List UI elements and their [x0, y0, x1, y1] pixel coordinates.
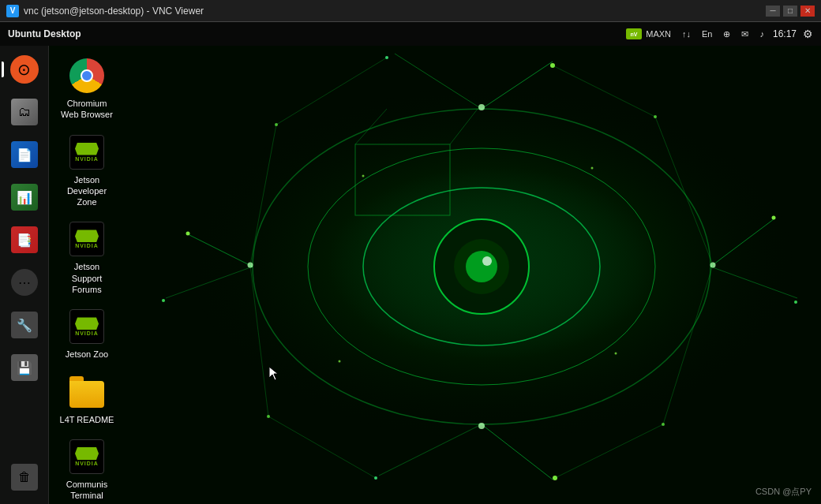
readme-icon-wrapper [68, 373, 106, 411]
svg-point-8 [482, 256, 492, 266]
launcher-item-trash[interactable]: 🗑 [3, 457, 46, 498]
vnc-app-icon: V [6, 5, 19, 17]
svg-point-3 [308, 148, 655, 385]
svg-point-6 [454, 239, 509, 294]
bluetooth-icon[interactable]: ⊕ [721, 29, 733, 39]
window-controls: ─ □ ✕ [766, 6, 815, 17]
desktop-title: Ubuntu Desktop [8, 28, 626, 39]
disk-icon: 💾 [10, 353, 39, 382]
nvidia-text-4: NVIDIA [75, 461, 99, 466]
svg-text:nV: nV [631, 32, 638, 37]
jetson-dev-icon-wrapper: NVIDIA [68, 133, 106, 171]
svg-line-33 [555, 424, 663, 478]
readme-label: L4T README [60, 414, 114, 425]
ubuntu-icon: ⊙ [10, 55, 39, 84]
svg-rect-45 [355, 144, 450, 215]
launcher-item-disk[interactable]: 💾 [3, 347, 46, 388]
jetson-dev-label: Jetson Developer Zone [58, 174, 115, 208]
desktop-icon-chromium[interactable]: Chromium Web Browser [55, 52, 118, 125]
folder-icon [69, 376, 104, 408]
jetson-support-icon-wrapper: NVIDIA [68, 220, 106, 258]
ubuntu-circle-icon: ⊙ [10, 55, 39, 84]
nvidia-tray-icon: nV [626, 28, 642, 39]
svg-line-10 [395, 54, 482, 109]
nvidia-zoo-icon: NVIDIA [69, 309, 104, 344]
svg-line-35 [268, 416, 376, 478]
nvidia-support-icon: NVIDIA [69, 222, 104, 256]
launcher-item-ubuntu[interactable]: ⊙ [3, 49, 46, 90]
svg-point-25 [478, 104, 485, 110]
tools-icon: 🔧 [10, 311, 39, 339]
trash-icon: 🗑 [10, 463, 39, 491]
svg-point-20 [794, 301, 797, 304]
terminal-icon-wrapper: NVIDIA [68, 438, 106, 476]
launcher-item-tools[interactable]: 🔧 [3, 304, 46, 345]
svg-point-23 [186, 232, 190, 236]
svg-line-32 [250, 125, 276, 265]
chromium-inner-circle [81, 69, 93, 82]
svg-line-13 [482, 424, 553, 480]
maximize-button[interactable]: □ [783, 6, 797, 17]
ubuntu-desktop: Ubuntu Desktop nV MAXN ↑↓ En ⊕ ✉ ♪ 16:17… [0, 22, 821, 504]
svg-point-21 [553, 476, 557, 480]
chromium-icon-wrapper [68, 57, 106, 95]
minimize-button[interactable]: ─ [766, 6, 780, 17]
nvidia-terminal-icon: NVIDIA [69, 439, 104, 474]
svg-point-18 [385, 56, 388, 59]
desktop-icon-jetson-dev[interactable]: NVIDIA Jetson Developer Zone [55, 129, 118, 213]
volume-icon[interactable]: ♪ [757, 29, 767, 39]
email-icon[interactable]: ✉ [739, 29, 751, 39]
jetson-support-label: Jetson Support Forums [58, 261, 115, 295]
svg-line-30 [655, 117, 713, 265]
svg-point-43 [362, 175, 365, 177]
settings-icon[interactable]: ⚙ [803, 28, 813, 40]
nvidia-text: NVIDIA [75, 156, 99, 162]
svg-point-44 [339, 360, 341, 363]
svg-point-4 [363, 188, 600, 345]
nvidia-maxn-label: MAXN [643, 29, 673, 39]
launcher-item-apps[interactable]: ⋯ [3, 262, 46, 303]
keyboard-lang[interactable]: En [699, 29, 714, 39]
chromium-label: Chromium Web Browser [58, 98, 115, 121]
launcher-item-calc[interactable]: 📊 [3, 177, 46, 218]
files-icon: 🗂 [10, 98, 39, 126]
svg-point-39 [662, 423, 665, 426]
chromium-icon [69, 58, 104, 93]
nvidia-dev-icon: NVIDIA [69, 135, 104, 170]
svg-line-29 [553, 65, 655, 117]
svg-line-34 [663, 265, 713, 424]
svg-line-11 [710, 219, 774, 267]
nvidia-text-2: NVIDIA [75, 243, 99, 248]
svg-point-2 [253, 109, 710, 424]
terminal-label: Communis Terminal [58, 479, 115, 502]
svg-point-42 [615, 353, 617, 355]
svg-point-37 [654, 115, 657, 118]
nvidia-eye-icon-3 [75, 317, 99, 330]
svg-line-31 [276, 58, 387, 125]
svg-point-26 [710, 263, 716, 268]
folder-body [69, 381, 104, 408]
nvidia-eye-icon [75, 143, 99, 155]
svg-point-22 [374, 476, 377, 480]
network-icon[interactable]: ↑↓ [680, 29, 693, 39]
svg-point-7 [466, 251, 497, 282]
desktop-icon-terminal[interactable]: NVIDIA Communis Terminal [55, 433, 118, 504]
svg-point-40 [267, 415, 270, 418]
svg-point-27 [478, 423, 485, 429]
vnc-window-title: vnc (jetson@jetson-desktop) - VNC Viewer [24, 6, 766, 17]
nvidia-tray-item[interactable]: nV MAXN [626, 28, 673, 39]
svg-point-17 [550, 63, 555, 68]
launcher-item-files[interactable]: 🗂 [3, 91, 46, 133]
svg-point-41 [591, 167, 594, 170]
desktop-icon-readme[interactable]: L4T README [55, 368, 118, 430]
launcher-item-impress[interactable]: 📑 [3, 219, 46, 260]
app-launcher: ⊙ 🗂 📄 📊 📑 [0, 46, 49, 504]
close-button[interactable]: ✕ [800, 6, 815, 17]
launcher-item-writer[interactable]: 📄 [3, 134, 46, 175]
desktop-icons-container: Chromium Web Browser NVIDIA Jetson Devel… [49, 46, 175, 504]
clock-display: 16:17 [773, 28, 797, 39]
nvidia-eye-icon-2 [75, 230, 99, 242]
desktop-icon-jetson-support[interactable]: NVIDIA Jetson Support Forums [55, 215, 118, 300]
watermark-text: CSDN @点PY [755, 486, 812, 498]
desktop-icon-jetson-zoo[interactable]: NVIDIA Jetson Zoo [55, 303, 118, 364]
